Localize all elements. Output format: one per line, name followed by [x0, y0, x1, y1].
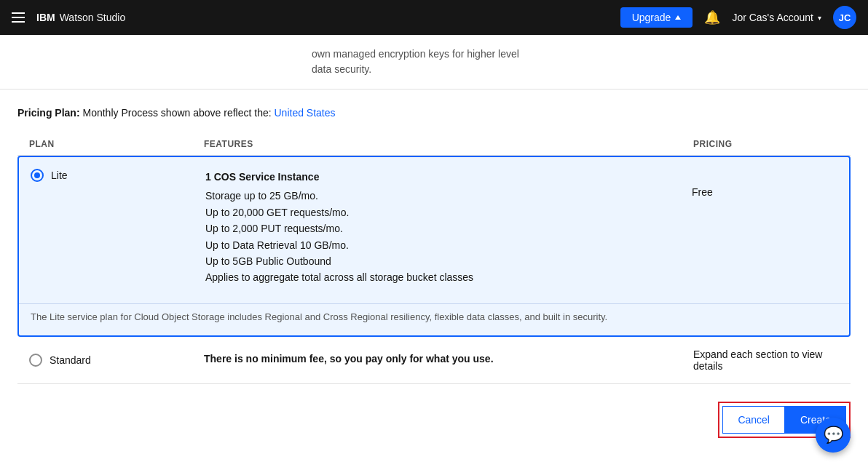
region-link[interactable]: United States: [275, 107, 336, 119]
pricing-plan-bold-label: Pricing Plan:: [17, 107, 80, 119]
cancel-button[interactable]: Cancel: [722, 406, 785, 434]
upgrade-label: Upgrade: [632, 12, 671, 23]
notification-button[interactable]: 🔔: [698, 4, 726, 31]
plan-table-header: PLAN FEATURES PRICING: [17, 133, 851, 156]
upgrade-arrow-icon: [675, 15, 681, 20]
lite-plan-name-cell: Lite: [31, 169, 205, 182]
lite-feature-2: Up to 20,000 GET requests/mo.: [205, 204, 692, 220]
plan-table: PLAN FEATURES PRICING Lite 1 COS Service…: [0, 133, 868, 384]
chat-icon: 💬: [824, 426, 843, 445]
standard-plan-row[interactable]: Standard There is no minimum fee, so you…: [17, 337, 851, 384]
features-column-header: FEATURES: [204, 139, 693, 149]
standard-plan-name-cell: Standard: [29, 354, 204, 367]
standard-plan-name: Standard: [50, 354, 91, 366]
app-header: IBM Watson Studio Upgrade 🔔 Jor Cas's Ac…: [0, 0, 868, 35]
plan-column-header: PLAN: [29, 139, 204, 149]
standard-pricing-cell: Expand each section to view details: [693, 348, 839, 372]
lite-radio-button[interactable]: [31, 169, 44, 182]
lite-feature-4: Up to Data Retrieval 10 GB/mo.: [205, 237, 692, 253]
product-name-label: Watson Studio: [60, 12, 126, 23]
pricing-plan-label: Pricing Plan: Monthly Process shown abov…: [17, 107, 851, 119]
lite-footnote: The Lite service plan for Cloud Object S…: [19, 303, 849, 336]
lite-features-title: 1 COS Service Instance: [205, 169, 692, 185]
lite-features-cell: 1 COS Service Instance Storage up to 25 …: [205, 169, 692, 286]
account-name-label: Jor Cas's Account: [732, 12, 813, 23]
avatar: JC: [833, 6, 856, 29]
chat-fab-button[interactable]: 💬: [816, 418, 851, 453]
lite-plan-main: Lite 1 COS Service Instance Storage up t…: [19, 157, 849, 298]
lite-feature-6: Applies to aggregate total across all st…: [205, 269, 692, 285]
lite-plan-name: Lite: [51, 170, 68, 181]
account-dropdown[interactable]: Jor Cas's Account ▾: [726, 12, 827, 23]
lite-plan-row[interactable]: Lite 1 COS Service Instance Storage up t…: [17, 156, 851, 337]
lite-feature-1: Storage up to 25 GB/mo.: [205, 188, 692, 204]
standard-features-cell: There is no minimum fee, so you pay only…: [204, 351, 693, 370]
pricing-column-header: PRICING: [693, 139, 839, 149]
lite-feature-3: Up to 2,000 PUT requests/mo.: [205, 220, 692, 236]
chevron-down-icon: ▾: [818, 14, 821, 22]
partial-description: own managed encryption keys for higher l…: [0, 35, 868, 89]
upgrade-button[interactable]: Upgrade: [620, 7, 693, 28]
partial-text-line2: data security.: [312, 62, 556, 77]
bell-icon: 🔔: [704, 9, 720, 25]
lite-feature-5: Up to 5GB Public Outbound: [205, 253, 692, 269]
standard-features-title: There is no minimum fee, so you pay only…: [204, 351, 693, 367]
hamburger-menu-icon[interactable]: [12, 12, 25, 23]
pricing-plan-desc: Monthly Process shown above reflect the:: [82, 107, 271, 119]
lite-pricing-cell: Free: [692, 169, 837, 198]
ibm-label: IBM: [36, 12, 55, 23]
pricing-plan-section: Pricing Plan: Monthly Process shown abov…: [0, 89, 868, 119]
partial-text-line1: own managed encryption keys for higher l…: [312, 47, 556, 62]
action-buttons-area: Cancel Create: [0, 384, 868, 455]
app-logo: IBM Watson Studio: [36, 12, 125, 23]
standard-radio-button[interactable]: [29, 354, 42, 367]
main-content: own managed encryption keys for higher l…: [0, 35, 868, 470]
